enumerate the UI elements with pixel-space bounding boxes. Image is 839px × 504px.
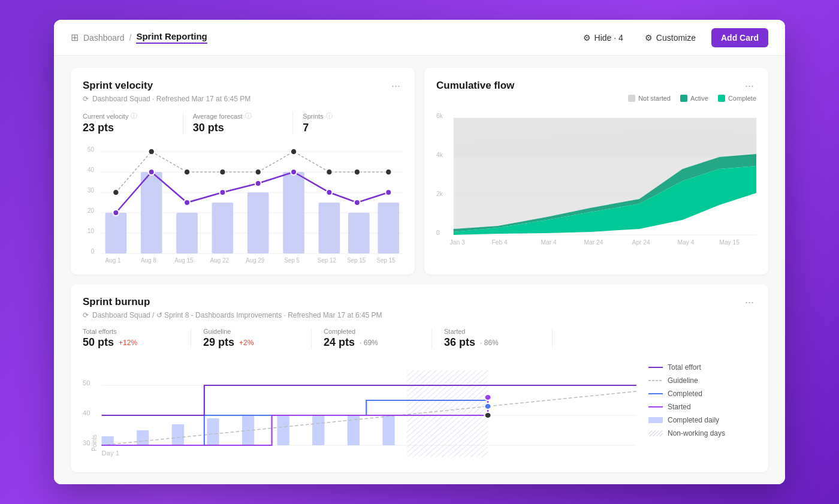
svg-text:Apr 24: Apr 24 [632, 239, 651, 246]
breadcrumb-current: Sprint Reporting [136, 31, 207, 44]
guideline-value: 29 pts +2% [203, 336, 299, 349]
sprints-label: Sprints ⓘ [303, 111, 393, 120]
add-card-button[interactable]: Add Card [711, 28, 768, 47]
svg-point-25 [255, 169, 261, 175]
completed-daily-swatch [648, 417, 663, 423]
cumulative-flow-header: Cumulative flow ··· [436, 80, 756, 92]
svg-rect-96 [648, 430, 663, 436]
legend-active-label: Active [690, 95, 708, 102]
current-velocity-metric: Current velocity ⓘ 23 pts [83, 111, 183, 134]
burnup-title: Sprint burnup [83, 296, 150, 308]
completed-label: Completed [324, 328, 420, 335]
svg-point-37 [354, 200, 360, 206]
breadcrumb-separator: / [129, 33, 132, 43]
svg-text:Sep 12: Sep 12 [318, 257, 337, 264]
svg-text:50: 50 [83, 380, 90, 387]
burnup-menu[interactable]: ··· [743, 296, 756, 309]
guideline-delta: +2% [239, 339, 253, 347]
customize-icon: ⚙ [645, 33, 653, 43]
svg-point-33 [219, 189, 225, 195]
total-efforts-metric: Total efforts 50 pts +12% [83, 328, 191, 349]
legend-not-started-label: Not started [638, 95, 671, 102]
breadcrumb-dashboard[interactable]: Dashboard [83, 33, 125, 43]
svg-rect-85 [382, 415, 394, 445]
svg-text:Sep 5: Sep 5 [284, 257, 300, 264]
svg-text:May 4: May 4 [678, 239, 695, 246]
svg-point-88 [484, 403, 491, 409]
svg-text:40: 40 [87, 167, 94, 173]
cumulative-flow-menu[interactable]: ··· [743, 80, 756, 92]
completed-delta: · 69% [360, 339, 378, 347]
svg-text:2k: 2k [436, 191, 443, 197]
started-label: Started [444, 328, 540, 335]
started-delta: · 86% [480, 339, 499, 347]
svg-text:10: 10 [87, 228, 94, 234]
svg-rect-82 [277, 415, 289, 445]
legend-complete-label: Complete [728, 95, 756, 102]
started-metric: Started 36 pts · 86% [444, 328, 553, 349]
legend-started: Started [648, 403, 756, 411]
started-value: 36 pts · 86% [444, 336, 540, 349]
svg-rect-79 [172, 424, 184, 445]
completed-value: 24 pts · 69% [324, 336, 420, 349]
svg-text:Mar 24: Mar 24 [584, 239, 603, 246]
svg-text:Jan 3: Jan 3 [450, 239, 465, 246]
svg-text:Sep 15: Sep 15 [376, 257, 396, 264]
svg-text:Feb 4: Feb 4 [491, 239, 508, 246]
cumulative-chart: 0 2k 4k 6k [436, 109, 756, 241]
current-velocity-value: 23 pts [83, 122, 173, 134]
guideline-label: Guideline [203, 328, 299, 335]
svg-point-34 [255, 180, 261, 186]
svg-text:May 15: May 15 [719, 239, 740, 246]
hide-button[interactable]: ⚙ Hide · 4 [577, 29, 629, 46]
completed-metric: Completed 24 pts · 69% [324, 328, 432, 349]
svg-point-87 [484, 394, 491, 400]
header-actions: ⚙ Hide · 4 ⚙ Customize Add Card [577, 28, 768, 47]
burnup-chart: Points 30 40 50 [83, 358, 636, 460]
sprint-velocity-header: Sprint velocity ··· [83, 80, 403, 92]
svg-rect-19 [348, 213, 370, 253]
sprints-value: 7 [303, 122, 393, 134]
dashboard-icon: ⊞ [71, 32, 79, 43]
legend-complete-swatch [718, 95, 725, 102]
svg-point-28 [354, 169, 360, 175]
svg-point-31 [149, 169, 155, 175]
burnup-metrics-row: Total efforts 50 pts +12% Guideline 29 p… [83, 328, 756, 349]
svg-point-26 [291, 149, 297, 155]
svg-text:Aug 1: Aug 1 [105, 257, 121, 264]
svg-text:Aug 22: Aug 22 [210, 257, 230, 264]
total-efforts-value: 50 pts +12% [83, 336, 179, 349]
guideline-metric: Guideline 29 pts +2% [203, 328, 312, 349]
legend-not-started: Not started [628, 95, 671, 102]
svg-text:Aug 29: Aug 29 [246, 257, 265, 264]
sprint-velocity-subtitle: ⟳ Dashboard Squad · Refreshed Mar 17 at … [83, 95, 403, 103]
svg-rect-77 [102, 436, 114, 445]
cumulative-flow-card: Cumulative flow ··· Not started Active [424, 68, 768, 274]
svg-rect-20 [378, 203, 399, 253]
svg-rect-76 [407, 370, 488, 457]
breadcrumb: ⊞ Dashboard / Sprint Reporting [71, 31, 577, 44]
svg-rect-18 [319, 203, 340, 253]
cumulative-legend: Not started Active Complete [436, 95, 756, 102]
svg-text:Day 1: Day 1 [102, 450, 119, 457]
svg-text:40: 40 [83, 410, 90, 417]
burnup-subtitle: ⟳ Dashboard Squad / ↺ Sprint 8 - Dashboa… [83, 311, 756, 319]
current-velocity-label: Current velocity ⓘ [83, 111, 173, 120]
customize-button[interactable]: ⚙ Customize [639, 29, 702, 46]
app-window: ⊞ Dashboard / Sprint Reporting ⚙ Hide · … [54, 20, 785, 484]
sprint-velocity-menu[interactable]: ··· [389, 80, 403, 92]
svg-rect-17 [283, 172, 304, 253]
sprint-burnup-card: Sprint burnup ··· ⟳ Dashboard Squad / ↺ … [71, 284, 768, 472]
refresh-icon-2: ⟳ [83, 311, 89, 319]
svg-rect-13 [141, 172, 162, 253]
svg-rect-12 [105, 213, 127, 253]
svg-point-27 [326, 169, 332, 175]
svg-text:Aug 15: Aug 15 [174, 257, 194, 264]
svg-text:Sep 15: Sep 15 [347, 257, 366, 264]
sprint-velocity-card: Sprint velocity ··· ⟳ Dashboard Squad · … [71, 68, 415, 274]
svg-text:0: 0 [436, 230, 440, 236]
avg-forecast-label: Average forecast ⓘ [193, 111, 283, 120]
svg-rect-83 [312, 415, 324, 445]
burnup-chart-area: Points 30 40 50 [83, 358, 756, 460]
total-efforts-delta: +12% [119, 339, 137, 347]
